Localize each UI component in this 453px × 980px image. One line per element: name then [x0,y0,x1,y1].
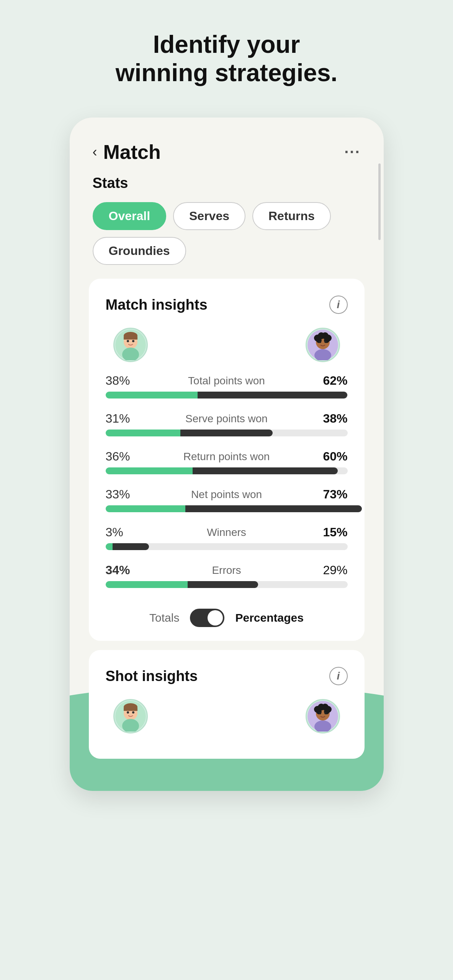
stat-row-net-points: 33%Net points won73% [106,487,348,512]
stat-bar-dark-total-points [198,392,348,399]
stat-right-val-total-points: 62% [313,374,348,388]
display-toggle-row: Totals Percentages [106,601,348,627]
toggle-totals-label: Totals [149,611,179,624]
stat-bar-track-errors [106,581,348,588]
stat-bar-green-return-points [106,467,193,474]
match-insights-card: Match insights i [89,279,365,641]
stat-name-net-points: Net points won [140,488,313,501]
toggle-knob [208,610,223,626]
shot-insights-card: Shot insights i [89,650,365,759]
stat-right-val-winners: 15% [313,525,348,539]
svg-point-33 [319,712,321,714]
stat-bar-green-winners [106,543,113,550]
player2-avatar [306,328,340,362]
svg-point-15 [319,341,321,343]
stat-right-val-serve-points: 38% [313,412,348,426]
svg-point-34 [324,712,327,714]
svg-rect-3 [124,336,137,340]
stat-bar-green-errors [106,581,188,588]
stat-name-return-points: Return points won [140,451,313,463]
stat-row-winners: 3%Winners15% [106,525,348,550]
tab-returns[interactable]: Returns [252,202,331,230]
stat-row-errors: 34%Errors29% [106,563,348,588]
match-title: Match [103,140,161,163]
toggle-percentages-label: Percentages [235,611,303,624]
stat-right-val-errors: 29% [313,563,348,577]
stat-bar-dark-winners [113,543,149,550]
player2-avatar-svg [307,330,338,360]
avatars-row [106,328,348,362]
stat-bar-track-net-points [106,505,348,512]
stat-right-val-net-points: 73% [313,487,348,501]
stat-bar-track-serve-points [106,430,348,436]
stat-bar-green-total-points [106,392,198,399]
shot-insights-info-icon[interactable]: i [329,667,348,685]
tab-overall[interactable]: Overall [93,202,167,230]
tab-serves[interactable]: Serves [173,202,245,230]
phone-inner: ‹ Match ··· Stats Overall Serves Returns… [89,140,365,759]
display-toggle-switch[interactable] [190,609,224,627]
svg-point-23 [132,711,134,714]
phone-card: ‹ Match ··· Stats Overall Serves Returns… [70,118,384,791]
stat-bar-track-winners [106,543,348,550]
insights-info-icon[interactable]: i [329,296,348,314]
svg-point-16 [324,341,327,343]
scrollbar [378,163,381,240]
stat-name-errors: Errors [140,564,313,577]
player1-avatar [113,328,148,362]
shot-avatars-row [106,699,348,733]
stats-section-label: Stats [89,175,365,191]
stat-bar-dark-errors [188,581,258,588]
stat-bar-green-net-points [106,505,186,512]
back-button[interactable]: ‹ [93,144,97,160]
stat-name-winners: Winners [140,526,313,539]
tab-groundies[interactable]: Groundies [93,237,186,265]
svg-point-4 [127,340,129,342]
header-left: ‹ Match [93,140,161,163]
page-title: Identify your winning strategies. [116,31,338,87]
shot-insights-title: Shot insights [106,668,198,684]
stat-left-val-net-points: 33% [106,487,140,501]
shot-insights-header: Shot insights i [106,667,348,685]
stat-bar-dark-return-points [193,467,338,474]
player1-avatar-svg [115,330,146,360]
more-menu-button[interactable]: ··· [344,144,360,161]
stat-row-serve-points: 31%Serve points won38% [106,412,348,436]
stat-row-total-points: 38%Total points won62% [106,374,348,399]
shot-player2-avatar [306,699,340,733]
stat-left-val-errors: 34% [106,563,140,577]
stat-bar-track-total-points [106,392,348,399]
stat-left-val-serve-points: 31% [106,412,140,426]
stat-bar-track-return-points [106,467,348,474]
stat-rows: 38%Total points won62%31%Serve points wo… [106,374,348,588]
svg-rect-21 [124,708,137,711]
stat-left-val-winners: 3% [106,525,140,539]
tabs-row: Overall Serves Returns Groundies [89,202,365,265]
insights-card-title: Match insights [106,297,208,313]
stat-bar-dark-serve-points [180,430,272,436]
insights-card-header: Match insights i [106,296,348,314]
shot-player1-avatar [113,699,148,733]
stat-row-return-points: 36%Return points won60% [106,449,348,474]
stat-name-total-points: Total points won [140,375,313,387]
svg-point-5 [132,340,134,342]
match-header: ‹ Match ··· [89,140,365,163]
svg-point-22 [127,711,129,714]
stat-left-val-total-points: 38% [106,374,140,388]
stat-bar-dark-net-points [185,505,362,512]
stat-bar-green-serve-points [106,430,181,436]
stat-left-val-return-points: 36% [106,449,140,464]
stat-name-serve-points: Serve points won [140,413,313,425]
stat-right-val-return-points: 60% [313,449,348,464]
